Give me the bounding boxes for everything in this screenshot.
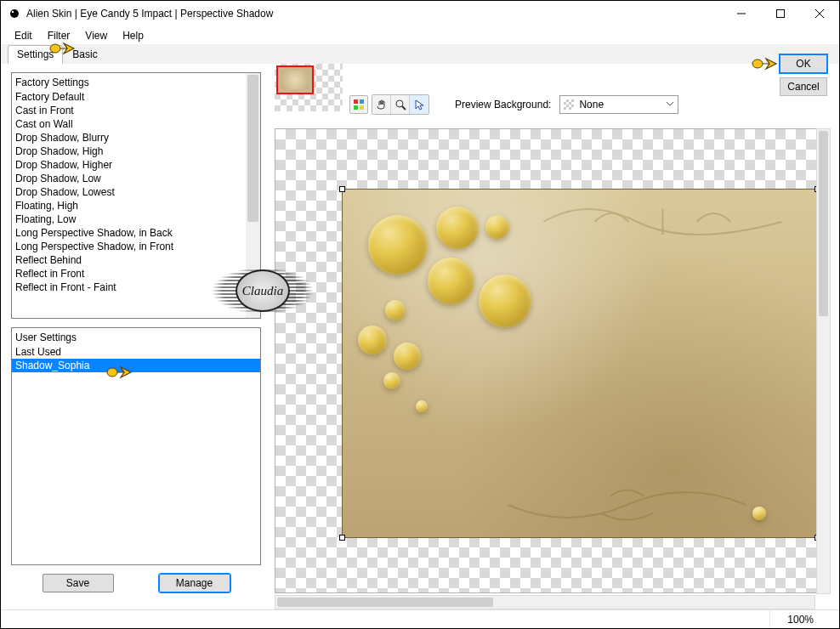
list-item[interactable]: Drop Shadow, High [12,144,260,158]
right-panel: OK Cancel [271,64,839,609]
close-icon [815,9,824,18]
tab-basic[interactable]: Basic [63,45,106,64]
svg-rect-10 [360,99,364,104]
save-button[interactable]: Save [43,574,114,592]
thumbnail-strip[interactable] [275,64,343,111]
nav-tools [372,94,429,115]
window-title: Alien Skin | Eye Candy 5 Impact | Perspe… [26,8,722,20]
svg-rect-11 [354,105,358,110]
preview-bg-select[interactable]: None [559,95,678,114]
preview-toolbar: Preview Background: None [271,64,839,123]
tab-settings[interactable]: Settings [8,45,63,64]
preview-area[interactable] [275,128,831,593]
maximize-icon [776,9,785,18]
list-item[interactable]: Reflect Behind [12,253,260,267]
preview-bubble [436,207,479,249]
menu-bar: Edit Filter View Help [1,26,839,45]
scrollbar[interactable] [246,73,260,318]
preview-bubble [383,372,400,389]
menu-help[interactable]: Help [116,28,150,43]
preview-bubble [479,275,531,327]
list-item[interactable]: Drop Shadow, Higher [12,158,260,172]
status-bar: 100% [1,609,839,628]
preview-bubble [752,507,766,520]
svg-point-13 [396,100,403,107]
svg-line-14 [402,106,406,110]
list-item[interactable]: Long Perspective Shadow, in Front [12,240,260,253]
settings-buttons: Save Manage [11,574,261,592]
list-item-selected[interactable]: Shadow_Sophia [12,359,260,372]
list-item[interactable]: Reflect in Front [12,267,260,280]
user-settings-header: User Settings [12,330,260,345]
left-panel: Factory Settings Factory Default Cast in… [1,64,271,609]
list-item[interactable]: Factory Default [12,90,260,104]
list-item[interactable]: Drop Shadow, Blurry [12,131,260,144]
preview-bubble [358,326,387,354]
preview-bubble [428,258,474,304]
close-button[interactable] [800,1,839,26]
app-icon [8,7,21,20]
tab-strip: Settings Basic [1,45,839,64]
color-picker-tool[interactable] [349,95,368,114]
menu-view[interactable]: View [78,28,114,43]
factory-settings-header: Factory Settings [12,75,260,90]
list-item[interactable]: Drop Shadow, Low [12,172,260,185]
vertical-scrollbar[interactable] [816,128,831,594]
minimize-button[interactable] [722,1,761,26]
list-item[interactable]: Cast on Wall [12,117,260,131]
manage-button[interactable]: Manage [159,574,230,592]
resize-handle[interactable] [339,186,345,192]
preview-bubble [485,215,509,239]
preview-canvas[interactable] [342,189,818,538]
cursor-icon [413,99,425,110]
preview-bg-label: Preview Background: [455,99,551,110]
factory-settings-list[interactable]: Factory Settings Factory Default Cast in… [11,72,261,319]
list-item[interactable]: Cast in Front [12,104,260,117]
pointer-tool[interactable] [410,95,429,114]
user-settings-list[interactable]: User Settings Last Used Shadow_Sophia [11,327,261,565]
zoom-tool[interactable] [391,95,410,114]
color-picker-icon [353,99,365,110]
list-item[interactable]: Long Perspective Shadow, in Back [12,226,260,240]
ornament-top [532,196,793,247]
preview-bubble [394,343,421,370]
maximize-button[interactable] [761,1,800,26]
menu-edit[interactable]: Edit [8,28,39,43]
menu-filter[interactable]: Filter [41,28,77,43]
horizontal-scrollbar[interactable] [275,595,815,609]
magnifier-icon [394,99,406,110]
list-item[interactable]: Floating, High [12,199,260,212]
svg-point-0 [10,9,19,18]
ornament-bottom [485,479,769,530]
list-item[interactable]: Drop Shadow, Lowest [12,185,260,199]
thumbnail-selected[interactable] [276,65,314,94]
transparency-swatch-icon [564,99,574,110]
minimize-icon [737,9,746,18]
svg-rect-3 [777,10,785,18]
svg-rect-9 [354,99,358,104]
list-item[interactable]: Floating, Low [12,212,260,226]
chevron-down-icon [666,99,674,110]
preview-bubble [385,300,406,320]
list-item[interactable]: Last Used [12,345,260,359]
preview-bubble [368,215,428,275]
list-item[interactable]: Reflect in Front - Faint [12,280,260,294]
svg-rect-12 [360,105,364,110]
resize-handle[interactable] [339,535,345,541]
pan-tool[interactable] [372,95,391,114]
preview-bg-value: None [579,99,604,110]
svg-point-1 [12,11,14,13]
hand-icon [376,99,388,110]
zoom-level: 100% [769,610,831,628]
preview-bubble [416,400,428,412]
title-bar: Alien Skin | Eye Candy 5 Impact | Perspe… [1,1,839,26]
